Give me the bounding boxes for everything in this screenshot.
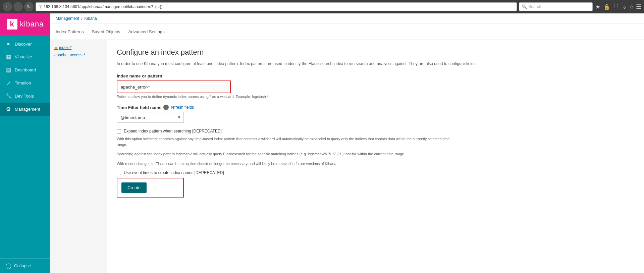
expand-desc-3: With recent changes to Elasticsearch, th…: [117, 161, 452, 167]
nav-saved-objects[interactable]: Saved Objects: [92, 24, 120, 39]
sidebar-nav: ● Discover ▦ Visualize ▤ Dashboard ↗ Tim…: [0, 35, 50, 258]
main-content: Configure an index pattern In order to u…: [107, 40, 644, 273]
expand-label-text: Expand index pattern when searching [DEP…: [124, 129, 222, 133]
nav-advanced-settings[interactable]: Advanced Settings: [128, 24, 164, 39]
back-button[interactable]: ←: [3, 2, 12, 11]
sidebar-item-timelion[interactable]: ↗ Timelion: [0, 76, 50, 90]
expand-desc-1: With this option selected, searches agai…: [117, 136, 452, 147]
content-area: Management / Kibana Index Patterns Saved…: [50, 13, 644, 273]
nav-index-patterns[interactable]: Index Patterns: [56, 24, 84, 39]
browser-chrome: ← → ↻ ⓘ 192.168.8.134:5601/app/kibana#/m…: [0, 0, 644, 13]
page-title: Configure an index pattern: [117, 48, 635, 57]
index-name-group: Index name or pattern Patterns allow you…: [117, 73, 635, 99]
create-button[interactable]: Create: [121, 182, 147, 193]
index-item-0: index-*: [59, 45, 71, 50]
info-icon[interactable]: i: [163, 105, 169, 110]
logo-icon: k: [7, 19, 17, 30]
sidebar-item-devtools[interactable]: 🔧 Dev Tools: [0, 90, 50, 103]
timestamp-select-wrapper: @timestamp ▼: [117, 112, 184, 123]
sidebar-item-label-dashboard: Dashboard: [15, 67, 36, 72]
body-section: ★ index-* apache_access-* Configure an i…: [50, 40, 644, 273]
refresh-fields-link[interactable]: refresh fields: [171, 105, 194, 110]
breadcrumb-management[interactable]: Management: [56, 16, 79, 21]
bookmark-icon[interactable]: ★: [595, 3, 601, 11]
visualize-icon: ▦: [5, 54, 11, 60]
sidebar-item-discover[interactable]: ● Discover: [0, 38, 50, 50]
index-item-1: apache_access-*: [54, 53, 85, 57]
nav-buttons: ← → ↻: [3, 2, 34, 11]
index-name-extra-input[interactable]: [200, 81, 230, 93]
expand-checkbox-label[interactable]: Expand index pattern when searching [DEP…: [117, 129, 635, 133]
expand-checkbox[interactable]: [117, 129, 121, 133]
sidebar-logo: k kibana: [0, 13, 50, 35]
reload-button[interactable]: ↻: [24, 2, 34, 11]
sidebar-item-dashboard[interactable]: ▤ Dashboard: [0, 63, 50, 76]
timestamp-select[interactable]: @timestamp: [117, 112, 184, 123]
sync-icon[interactable]: 🔒: [603, 3, 611, 11]
sidebar-item-label-devtools: Dev Tools: [15, 94, 34, 99]
page-description: In order to use Kibana you must configur…: [117, 61, 486, 67]
event-times-checkbox[interactable]: [117, 171, 121, 175]
sidebar-item-management[interactable]: ⚙ Management: [0, 103, 50, 116]
expand-checkbox-group: Expand index pattern when searching [DEP…: [117, 129, 635, 133]
circle-icon: ◯: [5, 263, 11, 269]
dashboard-icon: ▤: [5, 67, 11, 73]
star-icon: ★: [54, 46, 58, 50]
address-bar[interactable]: ⓘ 192.168.8.134:5601/app/kibana#/managem…: [36, 2, 517, 11]
index-name-input-row: [117, 80, 231, 93]
management-icon: ⚙: [5, 106, 11, 112]
download-icon[interactable]: ⇓: [622, 3, 627, 11]
breadcrumb-kibana[interactable]: Kibana: [84, 16, 97, 21]
breadcrumb: Management / Kibana: [50, 13, 644, 24]
pattern-hint: Patterns allow you to define dynamic ind…: [117, 95, 635, 99]
time-filter-group: Time Filter field name i refresh fields …: [117, 105, 635, 123]
sidebar-item-label-discover: Discover: [15, 42, 32, 47]
sidebar-item-visualize[interactable]: ▦ Visualize: [0, 50, 50, 63]
home-icon[interactable]: ⌂: [629, 3, 634, 11]
list-item-index-star[interactable]: ★ index-*: [50, 44, 107, 51]
browser-menu-icon[interactable]: ☰: [636, 3, 641, 10]
top-nav: Index Patterns Saved Objects Advanced Se…: [50, 24, 644, 40]
browser-icons: ★ 🔒 🛡 ⇓ ⌂: [595, 3, 634, 11]
collapse-button[interactable]: ◯ Collapse: [5, 263, 45, 269]
main-layout: k kibana ● Discover ▦ Visualize ▤ Dashbo…: [0, 13, 644, 273]
search-icon: 🔍: [522, 4, 527, 9]
app-container: k kibana ● Discover ▦ Visualize ▤ Dashbo…: [0, 13, 644, 273]
create-section: Create: [117, 178, 184, 198]
index-name-input[interactable]: [117, 81, 200, 93]
shield-icon[interactable]: 🛡: [613, 3, 620, 11]
forward-button[interactable]: →: [13, 2, 23, 11]
breadcrumb-separator: /: [81, 16, 82, 21]
event-times-label-text: Use event times to create index names [D…: [124, 170, 224, 175]
list-item-apache-access[interactable]: apache_access-*: [50, 51, 107, 59]
sidebar-bottom: ◯ Collapse: [0, 258, 50, 273]
event-times-checkbox-label[interactable]: Use event times to create index names [D…: [117, 170, 635, 175]
sidebar-item-label-timelion: Timelion: [15, 80, 31, 86]
top-section: Management / Kibana Index Patterns Saved…: [50, 13, 644, 40]
time-filter-label: Time Filter field name: [117, 105, 161, 110]
devtools-icon: 🔧: [5, 93, 11, 99]
discover-icon: ●: [5, 41, 11, 47]
search-placeholder: Search: [528, 4, 541, 9]
time-filter-row: Time Filter field name i refresh fields: [117, 105, 635, 110]
sidebar: k kibana ● Discover ▦ Visualize ▤ Dashbo…: [0, 13, 50, 273]
address-text: 192.168.8.134:5601/app/kibana#/managemen…: [44, 4, 163, 9]
expand-desc-2: Searching against the index pattern logs…: [117, 151, 452, 157]
collapse-label: Collapse: [14, 263, 31, 268]
sidebar-item-label-management: Management: [15, 107, 40, 112]
index-list: ★ index-* apache_access-*: [50, 40, 107, 273]
timelion-icon: ↗: [5, 80, 11, 86]
logo-text: kibana: [20, 20, 44, 29]
event-times-checkbox-group: Use event times to create index names [D…: [117, 170, 635, 175]
sidebar-item-label-visualize: Visualize: [15, 54, 32, 59]
search-bar[interactable]: 🔍 Search: [519, 2, 593, 11]
index-name-label: Index name or pattern: [117, 73, 635, 78]
